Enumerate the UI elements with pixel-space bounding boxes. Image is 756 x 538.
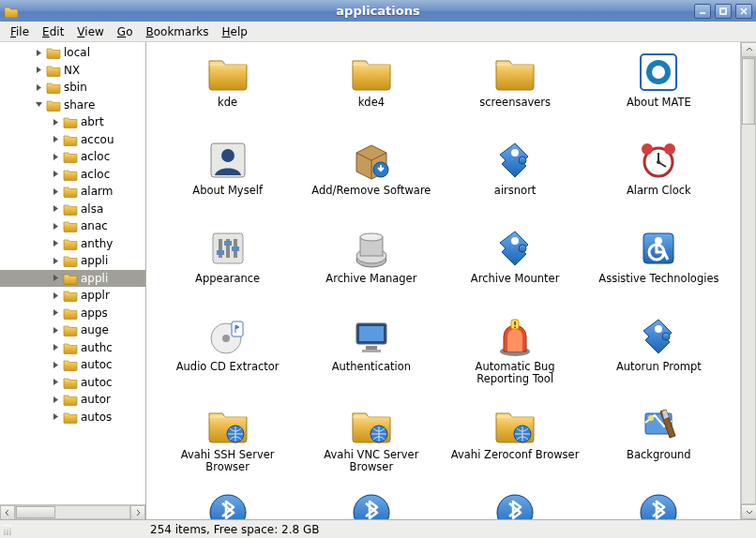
menu-go[interactable]: Go <box>111 23 140 40</box>
sidebar-hscrollbar[interactable] <box>0 504 145 519</box>
tree-row[interactable]: anthy <box>0 235 145 253</box>
tree-row[interactable]: auge <box>0 321 145 339</box>
menu-help[interactable]: Help <box>216 23 254 40</box>
expander-icon[interactable] <box>51 221 60 231</box>
tree-row[interactable]: applr <box>0 287 145 305</box>
file-item[interactable]: Authentication <box>303 314 439 402</box>
tree-row[interactable]: authc <box>0 339 145 357</box>
expander-icon[interactable] <box>51 274 60 283</box>
tree-row[interactable]: share <box>0 97 145 114</box>
svg-point-23 <box>360 233 383 241</box>
file-item[interactable]: About Myself <box>159 138 295 226</box>
file-item[interactable]: Avahi VNC Server Browser <box>303 402 439 490</box>
expander-icon[interactable] <box>51 412 60 422</box>
tree-label: applr <box>81 289 110 302</box>
tree-row[interactable]: autos <box>0 409 145 426</box>
tree-row[interactable]: apps <box>0 305 145 322</box>
expander-icon[interactable] <box>51 117 60 127</box>
expander-icon[interactable] <box>51 308 60 318</box>
expander-icon[interactable] <box>51 343 60 352</box>
tree-row[interactable]: sbin <box>0 79 145 97</box>
svg-rect-17 <box>217 250 224 255</box>
file-item[interactable]: Bluetooth Transfer <box>591 490 727 519</box>
file-label: Background <box>627 449 691 461</box>
file-item[interactable]: Alarm Clock <box>591 138 727 226</box>
tree-row[interactable]: local <box>0 44 145 62</box>
file-item[interactable]: Assistive Technologies <box>591 226 727 314</box>
tree-label: anthy <box>81 237 113 250</box>
tree-row[interactable]: accou <box>0 131 145 149</box>
file-label: Add/Remove Software <box>311 185 431 197</box>
expander-icon[interactable] <box>51 291 60 300</box>
file-item[interactable]: About MATE <box>591 50 727 138</box>
file-item[interactable]: Bluetooth <box>303 490 439 519</box>
tree-label: acloc <box>81 168 110 181</box>
minimize-button[interactable] <box>694 4 711 19</box>
file-item[interactable]: Audio CD Extractor <box>159 314 295 402</box>
menu-edit[interactable]: Edit <box>36 23 70 40</box>
tree-row[interactable]: acloc <box>0 148 145 166</box>
expander-icon[interactable] <box>34 48 43 57</box>
tree-row[interactable]: alarm <box>0 183 145 201</box>
folder-icon <box>46 64 61 77</box>
tree-row[interactable]: acloc <box>0 166 145 184</box>
file-item[interactable]: Add/Remove Software <box>303 138 439 226</box>
file-item[interactable]: airsnort <box>447 138 583 226</box>
tree-row[interactable]: autoc <box>0 374 145 392</box>
file-item[interactable]: Autorun Prompt <box>591 314 727 402</box>
svg-rect-31 <box>232 321 243 336</box>
folder-icon <box>63 115 78 128</box>
tree-row[interactable]: alsa <box>0 201 145 218</box>
file-item[interactable]: Bluetooth <box>159 490 295 519</box>
tree-label: abrt <box>81 115 104 128</box>
expander-icon[interactable] <box>51 378 60 387</box>
file-item[interactable]: Appearance <box>159 226 295 314</box>
file-item[interactable]: kde <box>159 50 295 138</box>
expander-icon[interactable] <box>51 395 60 404</box>
close-button[interactable] <box>735 4 752 19</box>
file-item[interactable]: Archive Manager <box>303 226 439 314</box>
menu-view[interactable]: View <box>70 23 110 40</box>
expander-icon[interactable] <box>51 152 60 161</box>
menu-file[interactable]: File <box>4 23 36 40</box>
expander-icon[interactable] <box>51 360 60 369</box>
tree-label: local <box>64 46 90 59</box>
tree-row[interactable]: autoc <box>0 356 145 374</box>
expander-icon[interactable] <box>51 256 60 265</box>
file-item[interactable]: Avahi Zeroconf Browser <box>447 402 583 490</box>
file-item[interactable]: screensavers <box>447 50 583 138</box>
expander-icon[interactable] <box>51 325 60 335</box>
tree-row[interactable]: anac <box>0 217 145 235</box>
expander-icon[interactable] <box>51 187 60 196</box>
clock-icon <box>636 138 681 183</box>
menu-bookmarks[interactable]: Bookmarks <box>139 23 215 40</box>
content-vscrollbar[interactable] <box>740 42 756 519</box>
tree-row[interactable]: appli <box>0 270 145 288</box>
expander-icon[interactable] <box>51 135 60 144</box>
tree-row[interactable]: autor <box>0 391 145 409</box>
svg-point-39 <box>655 325 662 333</box>
tree-row[interactable]: abrt <box>0 113 145 131</box>
folder-icon <box>63 341 78 354</box>
tree-row[interactable]: NX <box>0 62 145 80</box>
expander-icon[interactable] <box>51 239 60 248</box>
tree-label: acloc <box>81 150 110 163</box>
expander-icon[interactable] <box>34 82 43 92</box>
file-item[interactable]: !Automatic Bug Reporting Tool <box>447 314 583 402</box>
file-item[interactable]: Avahi SSH Server Browser <box>159 402 295 490</box>
file-item[interactable]: Bluetooth Device <box>447 490 583 519</box>
tree-row[interactable]: appli <box>0 252 145 270</box>
file-item[interactable]: kde4 <box>303 50 439 138</box>
sidebar-tree[interactable]: localNXsbinshareabrtaccouaclocaclocalarm… <box>0 42 146 504</box>
file-item[interactable]: Archive Mounter <box>447 226 583 314</box>
expander-icon[interactable] <box>51 170 60 179</box>
tree-label: appli <box>81 272 108 285</box>
file-label: Autorun Prompt <box>616 361 702 373</box>
expander-icon[interactable] <box>34 66 43 75</box>
expander-icon[interactable] <box>51 204 60 214</box>
access-icon <box>636 226 681 271</box>
maximize-button[interactable] <box>715 4 732 19</box>
expander-icon[interactable] <box>34 100 43 110</box>
icon-view[interactable]: kdekde4screensaversAbout MATEAbout Mysel… <box>146 42 740 519</box>
file-item[interactable]: Background <box>591 402 727 490</box>
